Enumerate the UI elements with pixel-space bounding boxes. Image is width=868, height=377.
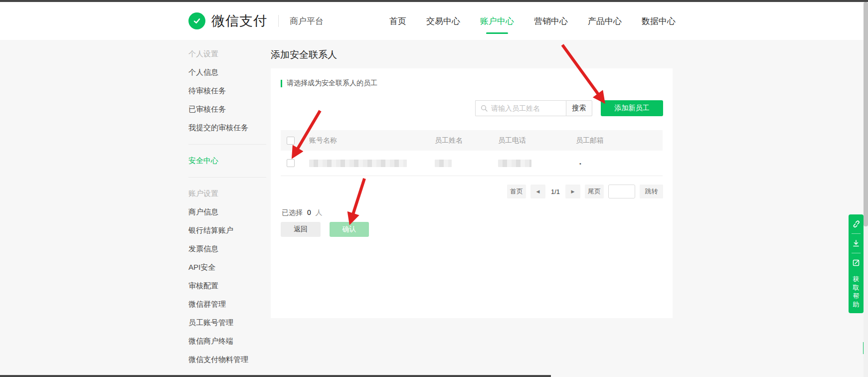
main-nav: 首页 交易中心 账户中心 营销中心 产品中心 数据中心 — [388, 10, 677, 32]
nav-item-transaction-center[interactable]: 交易中心 — [425, 10, 461, 32]
floating-help-panel: 获 取 帮 助 — [849, 214, 864, 313]
sidebar-item-api-security[interactable]: API安全 — [188, 258, 266, 277]
sidebar-divider — [188, 144, 266, 145]
sidebar-item-merchant-info[interactable]: 商户信息 — [188, 203, 266, 221]
redacted-staff-name — [435, 160, 452, 167]
prev-page-button[interactable]: ◀ — [530, 185, 545, 198]
sidebar-item-staff-account-management[interactable]: 员工账号管理 — [188, 314, 266, 332]
section-header: 请选择成为安全联系人的员工 — [281, 79, 377, 88]
sidebar-item-personal-info[interactable]: 个人信息 — [188, 63, 266, 82]
redacted-account-name — [309, 160, 407, 167]
help-char: 获 — [853, 275, 860, 283]
sidebar-item-wechat-group-management[interactable]: 微信群管理 — [188, 295, 266, 314]
nav-item-home[interactable]: 首页 — [388, 10, 407, 32]
sidebar-item-pending-review-tasks[interactable]: 待审核任务 — [188, 82, 266, 100]
first-page-button[interactable]: 首页 — [507, 185, 526, 198]
sidebar-item-review-config[interactable]: 审核配置 — [188, 277, 266, 295]
brand[interactable]: 微信支付 商户平台 — [188, 12, 324, 30]
sidebar: 个人设置 个人信息 待审核任务 已审核任务 我提交的审核任务 安全中心 账户设置… — [188, 42, 266, 377]
sidebar-item-my-submitted-tasks[interactable]: 我提交的审核任务 — [188, 119, 266, 137]
content-card: 请选择成为安全联系人的员工 搜索 添加新员工 账号名称 员工姓名 员工电话 员工… — [271, 68, 673, 318]
nav-item-data-center[interactable]: 数据中心 — [641, 10, 677, 32]
nav-item-account-center[interactable]: 账户中心 — [479, 10, 515, 32]
staff-email-mark: • — [576, 161, 581, 167]
brand-title: 微信支付 — [211, 12, 267, 30]
portal-label: 商户平台 — [290, 15, 324, 27]
page-title: 添加安全联系人 — [271, 48, 337, 61]
back-button[interactable]: 返回 — [281, 222, 321, 237]
window-top-edge — [0, 0, 868, 2]
search-box — [475, 100, 566, 116]
feedback-icon[interactable] — [849, 253, 864, 272]
download-icon[interactable] — [849, 234, 864, 253]
sidebar-item-reviewed-tasks[interactable]: 已审核任务 — [188, 100, 266, 119]
column-header-staff-name: 员工姓名 — [435, 136, 498, 145]
get-help-button[interactable]: 获 取 帮 助 — [853, 272, 860, 309]
next-page-button[interactable]: ▶ — [565, 185, 580, 198]
page-indicator: 1/1 — [551, 188, 560, 195]
sidebar-item-invoice-info[interactable]: 发票信息 — [188, 240, 266, 258]
search-button[interactable]: 搜索 — [566, 100, 592, 116]
staff-table: 账号名称 员工姓名 员工电话 员工邮箱 • — [281, 130, 663, 176]
sidebar-section-personal-settings: 个人设置 — [188, 45, 266, 63]
column-header-staff-phone: 员工电话 — [498, 136, 576, 145]
sidebar-section-account-settings: 账户设置 — [188, 185, 266, 203]
sidebar-item-wechat-pay-material-management[interactable]: 微信支付物料管理 — [188, 351, 266, 369]
jump-page-input[interactable] — [608, 185, 635, 198]
last-page-button[interactable]: 尾页 — [585, 185, 604, 198]
search-row: 搜索 添加新员工 — [475, 100, 663, 116]
top-navbar: 微信支付 商户平台 首页 交易中心 账户中心 营销中心 产品中心 数据中心 — [0, 2, 868, 40]
sidebar-divider — [188, 177, 266, 178]
scrollbar-thumb[interactable] — [864, 2, 868, 226]
help-char: 帮 — [853, 292, 860, 300]
sidebar-item-bank-settlement-account[interactable]: 银行结算账户 — [188, 221, 266, 240]
jump-button[interactable]: 跳转 — [640, 185, 663, 198]
row-checkbox[interactable] — [287, 159, 295, 167]
column-header-account-name: 账号名称 — [309, 136, 435, 145]
search-input[interactable] — [491, 104, 561, 112]
sidebar-item-wechat-merchant-terminal[interactable]: 微信商户终端 — [188, 332, 266, 351]
table-row: • — [281, 151, 663, 176]
section-title: 请选择成为安全联系人的员工 — [287, 79, 377, 88]
selection-suffix: 人 — [316, 208, 323, 216]
wechat-pay-logo-icon — [188, 12, 205, 29]
table-header-row: 账号名称 员工姓名 员工电话 员工邮箱 — [281, 130, 663, 151]
selection-prefix: 已选择 — [282, 208, 303, 216]
selection-summary: 已选择 0 人 — [282, 208, 323, 217]
selection-count: 0 — [307, 208, 311, 216]
link-icon[interactable] — [849, 214, 864, 233]
nav-item-marketing-center[interactable]: 营销中心 — [533, 10, 569, 32]
window-bottom-edge — [0, 375, 551, 377]
pagination: 首页 ◀ 1/1 ▶ 尾页 跳转 — [507, 185, 663, 198]
search-icon — [481, 105, 488, 112]
help-char: 取 — [853, 283, 860, 292]
redacted-staff-phone — [498, 160, 531, 167]
action-row: 返回 确认 — [281, 222, 369, 237]
nav-item-product-center[interactable]: 产品中心 — [587, 10, 623, 32]
sidebar-item-security-center[interactable]: 安全中心 — [188, 152, 266, 170]
section-accent-bar — [281, 80, 282, 87]
select-all-checkbox[interactable] — [287, 137, 295, 145]
confirm-button-disabled[interactable]: 确认 — [330, 222, 369, 237]
help-char: 助 — [853, 300, 860, 309]
column-header-staff-email: 员工邮箱 — [576, 136, 663, 145]
brand-divider — [278, 15, 279, 27]
add-new-staff-button[interactable]: 添加新员工 — [601, 100, 663, 116]
